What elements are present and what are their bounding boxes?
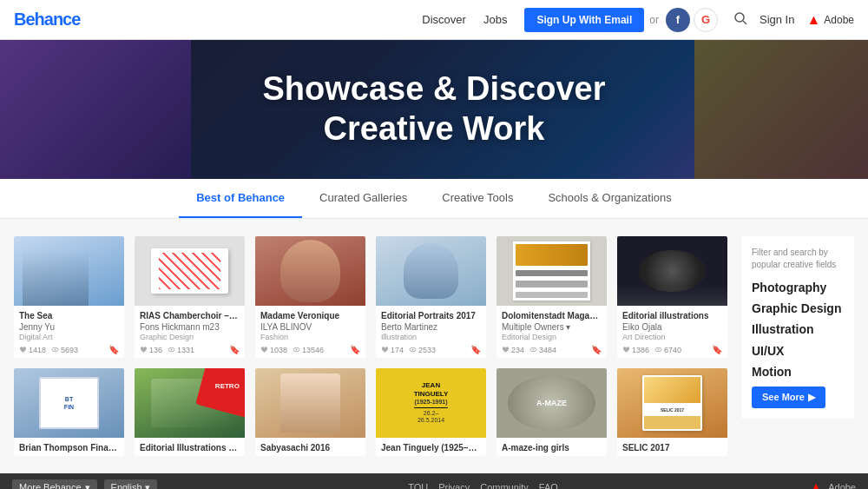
google-signup-button[interactable]: G (694, 8, 718, 32)
footer-link-community[interactable]: Community (480, 482, 529, 489)
tab-curated-galleries[interactable]: Curated Galleries (302, 179, 424, 218)
project-card[interactable]: Editorial illustrations Eiko Ojala Art D… (617, 236, 727, 358)
project-thumbnail (255, 368, 365, 438)
signin-link[interactable]: Sign In (760, 13, 794, 26)
field-link-graphic-design[interactable]: Graphic Design (752, 301, 844, 316)
project-card[interactable]: Sabyasachi 2016 (255, 368, 365, 456)
project-card[interactable]: The Sea Jenny Yu Digital Art 1418 5693 🔖 (14, 236, 124, 358)
language-selector[interactable]: English ▾ (104, 479, 157, 490)
facebook-signup-button[interactable]: f (666, 8, 690, 32)
project-info: Dolomitenstadt Magazine Multiple Owners … (496, 306, 607, 358)
project-field: Graphic Design (140, 333, 240, 341)
bookmark-icon[interactable]: 🔖 (470, 345, 481, 354)
project-card[interactable]: Dolomitenstadt Magazine Multiple Owners … (496, 236, 607, 358)
adobe-icon: ▲ (806, 12, 820, 28)
hero-bg-left (0, 40, 191, 179)
project-stats: 136 1331 🔖 (140, 345, 240, 354)
sidebar-content: Filter and search by popular creative fi… (741, 236, 854, 419)
nav-discover[interactable]: Discover (422, 13, 466, 26)
field-link-motion[interactable]: Motion (752, 364, 844, 380)
dropdown-icon: ▾ (85, 482, 90, 490)
view-icon (409, 346, 417, 354)
chevron-right-icon: ▶ (808, 392, 815, 403)
main-content: The Sea Jenny Yu Digital Art 1418 5693 🔖 (0, 219, 868, 473)
project-card[interactable]: A-MAZE A-maze-ing girls (496, 368, 607, 456)
project-card[interactable]: RIAS Chamberchoir – Seasonbrochure Fons … (135, 236, 245, 358)
nav-jobs[interactable]: Jobs (483, 13, 507, 26)
project-thumbnail: RETRO (135, 368, 245, 438)
footer-link-faq[interactable]: FAQ (539, 482, 558, 489)
more-behance-button[interactable]: More Behance ▾ (12, 479, 97, 490)
signup-button[interactable]: Sign Up With Email (524, 8, 644, 32)
project-title: A-maze-ing girls (502, 443, 602, 453)
project-info: Editorial Portraits 2017 Berto Martinez … (376, 306, 486, 358)
project-stats: 1418 5693 🔖 (19, 345, 119, 354)
project-card[interactable]: BTFIN Brian Thompson Financial (14, 368, 124, 456)
project-title: Brian Thompson Financial (19, 443, 119, 453)
tab-schools[interactable]: Schools & Organizations (530, 179, 688, 218)
project-stats: 1386 6740 🔖 (622, 345, 722, 354)
project-info: Jean Tinguely (1925–1991) (376, 438, 486, 456)
views-stat: 3484 (529, 346, 556, 354)
field-link-uiux[interactable]: UI/UX (752, 343, 844, 359)
project-stats: 174 2533 🔖 (381, 345, 481, 354)
project-card[interactable]: Editorial Portraits 2017 Berto Martinez … (376, 236, 486, 358)
project-thumbnail: JEAN TINGUELY (1925-1991) 26.2– 26.5.201… (376, 368, 486, 438)
project-title: Madame Veronique (260, 311, 360, 320)
svg-point-11 (533, 349, 535, 351)
bookmark-icon[interactable]: 🔖 (108, 345, 119, 354)
language-label: English (111, 482, 142, 490)
likes-stat: 136 (140, 346, 162, 354)
or-text: or (649, 14, 659, 26)
project-author: Fons Hickmann m23 (140, 322, 240, 332)
project-title: The Sea (19, 311, 119, 320)
project-info: Brian Thompson Financial (14, 438, 124, 456)
search-button[interactable] (733, 11, 747, 29)
hero-banner: Showcase & Discover Creative Work (0, 40, 868, 179)
project-title: Editorial Portraits 2017 (381, 311, 481, 320)
logo[interactable]: Behance (14, 10, 80, 30)
bookmark-icon[interactable]: 🔖 (712, 345, 722, 354)
project-author: Berto Martinez (381, 322, 481, 332)
view-icon (51, 346, 59, 354)
project-author: ILYA BLINOV (260, 322, 360, 332)
field-link-illustration[interactable]: Illustration (752, 321, 844, 337)
views-stat: 6740 (654, 346, 681, 354)
project-thumbnail: BTFIN (14, 368, 124, 438)
footer-link-tou[interactable]: TOU (408, 482, 428, 489)
project-field: Illustration (381, 333, 481, 341)
like-icon (381, 346, 389, 354)
bookmark-icon[interactable]: 🔖 (229, 345, 240, 354)
search-icon (733, 11, 747, 25)
project-thumbnail: A-MAZE (496, 368, 607, 438)
tab-best-of-behance[interactable]: Best of Behance (179, 179, 302, 218)
footer-adobe: ▲ Adobe (809, 479, 856, 489)
bookmark-icon[interactable]: 🔖 (591, 345, 602, 354)
footer-link-privacy[interactable]: Privacy (438, 482, 470, 489)
project-card[interactable]: Madame Veronique ILYA BLINOV Fashion 103… (255, 236, 365, 358)
svg-point-9 (412, 349, 414, 351)
nav-links: Discover Jobs (422, 13, 507, 26)
project-title: Editorial Illustrations Jan- (140, 443, 240, 453)
project-card[interactable]: JEAN TINGUELY (1925-1991) 26.2– 26.5.201… (376, 368, 486, 456)
project-card[interactable]: SELIC 2017 SELIC 2017 (617, 368, 727, 456)
project-info: The Sea Jenny Yu Digital Art 1418 5693 🔖 (14, 306, 124, 358)
views-stat: 13546 (293, 346, 324, 354)
field-link-photography[interactable]: Photography (752, 280, 844, 295)
bookmark-icon[interactable]: 🔖 (350, 345, 360, 354)
project-title: Editorial illustrations (622, 311, 722, 320)
tab-creative-tools[interactable]: Creative Tools (424, 179, 530, 218)
project-title: RIAS Chamberchoir – Seasonbrochure (140, 311, 240, 320)
adobe-text: Adobe (824, 14, 854, 26)
project-stats: 1038 13546 🔖 (260, 345, 360, 354)
dropdown-icon: ▾ (145, 482, 150, 490)
project-info: Editorial illustrations Eiko Ojala Art D… (617, 306, 727, 358)
project-stats: 234 3484 🔖 (502, 345, 602, 354)
project-card[interactable]: RETRO Editorial Illustrations Jan- (135, 368, 245, 456)
see-more-button[interactable]: See More ▶ (752, 387, 825, 408)
adobe-footer-text: Adobe (828, 482, 856, 489)
sidebar-label: Filter and search by popular creative fi… (752, 247, 844, 271)
svg-point-5 (171, 349, 173, 351)
project-title: SELIC 2017 (622, 443, 722, 453)
svg-point-3 (55, 349, 56, 351)
